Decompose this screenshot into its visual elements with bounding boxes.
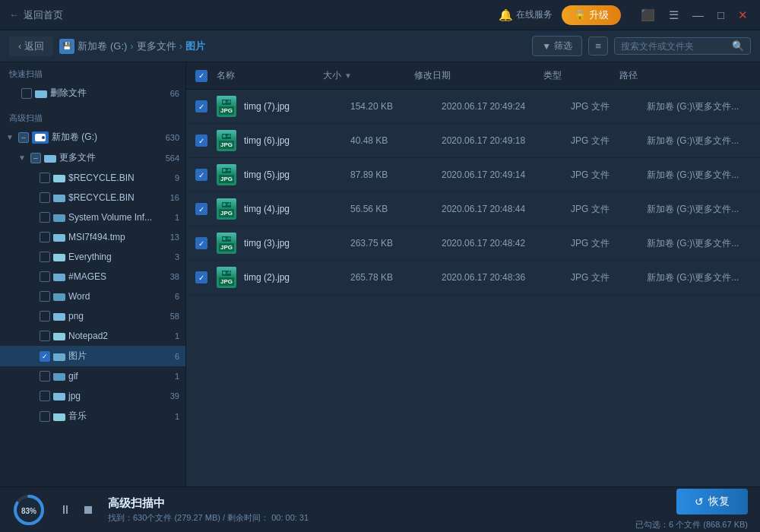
minimize-icon[interactable]: ⬛ bbox=[638, 7, 658, 24]
item-count-3: 1 bbox=[175, 213, 179, 222]
file-date-4: 2020.06.17 20:48:42 bbox=[442, 238, 571, 249]
root-checkbox[interactable] bbox=[18, 132, 29, 143]
menu-button[interactable]: ≡ bbox=[588, 36, 608, 55]
item-count-13: 1 bbox=[175, 412, 179, 421]
table-row[interactable]: JPG timg (3).jpg 263.75 KB 2020.06.17 20… bbox=[186, 226, 760, 261]
item-checkbox-4[interactable] bbox=[40, 232, 50, 242]
table-row[interactable]: JPG timg (2).jpg 265.78 KB 2020.06.17 20… bbox=[186, 261, 760, 295]
sidebar-item-9[interactable]: Notepad2 1 bbox=[0, 326, 185, 346]
sidebar: 快速扫描 删除文件 66 高级扫描 ▼ 新加卷 (G:) 630 ▼ bbox=[0, 62, 186, 486]
sidebar-item-2[interactable]: $RECYCLE.BIN 16 bbox=[0, 188, 185, 207]
table-row[interactable]: JPG timg (4).jpg 56.56 KB 2020.06.17 20:… bbox=[186, 192, 760, 226]
sidebar-item-6[interactable]: #MAGES 38 bbox=[0, 267, 185, 287]
row-checkbox-4[interactable] bbox=[195, 237, 217, 249]
online-service[interactable]: 🔔 在线服务 bbox=[499, 8, 553, 22]
col-header-type[interactable]: 类型 bbox=[543, 69, 619, 82]
deleted-files-checkbox[interactable] bbox=[21, 88, 32, 99]
sidebar-item-0[interactable]: ▼ 更多文件 564 bbox=[0, 147, 185, 168]
item-label-4: MSI7f494.tmp bbox=[68, 232, 164, 242]
item-label-0: 更多文件 bbox=[59, 151, 160, 164]
table-row[interactable]: JPG timg (6).jpg 40.48 KB 2020.06.17 20:… bbox=[186, 124, 760, 158]
row-checkbox-2[interactable] bbox=[195, 169, 217, 181]
hdd-icon bbox=[32, 131, 49, 144]
sidebar-item-7[interactable]: Word 6 bbox=[0, 287, 185, 306]
file-path-1: 新加卷 (G:)\更多文件... bbox=[647, 135, 751, 147]
upgrade-button[interactable]: 🔒 升级 bbox=[562, 5, 621, 25]
item-label-9: Notepad2 bbox=[68, 331, 169, 341]
item-checkbox-10[interactable] bbox=[40, 351, 50, 362]
item-count-7: 6 bbox=[175, 292, 179, 301]
selected-info: 已勾选：6 个文件 (868.67 KB) bbox=[635, 519, 748, 530]
restore-button[interactable]: ↺ 恢复 bbox=[676, 489, 748, 515]
search-box[interactable]: 🔍 bbox=[614, 37, 751, 55]
svg-rect-19 bbox=[53, 293, 59, 296]
item-checkbox-7[interactable] bbox=[40, 291, 50, 302]
sidebar-item-deleted-files[interactable]: 删除文件 66 bbox=[0, 83, 185, 103]
row-checkbox-1[interactable] bbox=[195, 135, 217, 147]
root-label: 新加卷 (G:) bbox=[52, 131, 160, 144]
filter-button[interactable]: ▼ 筛选 bbox=[532, 36, 582, 56]
nav-back-button[interactable]: ‹ 返回 bbox=[9, 36, 53, 56]
menu-bars-icon[interactable]: ☰ bbox=[666, 7, 682, 24]
breadcrumb-folder1[interactable]: 更多文件 bbox=[137, 40, 176, 53]
item-label-7: Word bbox=[68, 291, 169, 302]
item-checkbox-5[interactable] bbox=[40, 252, 50, 262]
sidebar-item-13[interactable]: 音乐 1 bbox=[0, 406, 185, 426]
drive-icon: 💾 bbox=[59, 39, 74, 54]
sidebar-item-1[interactable]: $RECYCLE.BIN 9 bbox=[0, 168, 185, 188]
jpg-file-icon-0: JPG bbox=[217, 96, 238, 117]
item-checkbox-2[interactable] bbox=[40, 192, 50, 203]
back-home-label[interactable]: 返回首页 bbox=[24, 8, 63, 22]
sidebar-item-root[interactable]: ▼ 新加卷 (G:) 630 bbox=[0, 127, 185, 147]
breadcrumb-current: 图片 bbox=[185, 40, 205, 53]
item-checkbox-0[interactable] bbox=[30, 153, 41, 163]
svg-rect-17 bbox=[53, 274, 59, 277]
file-name-4: timg (3).jpg bbox=[244, 238, 350, 249]
item-checkbox-11[interactable] bbox=[40, 371, 50, 382]
item-checkbox-6[interactable] bbox=[40, 271, 50, 282]
sidebar-item-4[interactable]: MSI7f494.tmp 13 bbox=[0, 227, 185, 247]
sidebar-item-11[interactable]: gif 1 bbox=[0, 366, 185, 386]
item-checkbox-12[interactable] bbox=[40, 391, 50, 401]
table-row[interactable]: JPG timg (7).jpg 154.20 KB 2020.06.17 20… bbox=[186, 90, 760, 124]
status-right: ↺ 恢复 已勾选：6 个文件 (868.67 KB) bbox=[635, 489, 748, 530]
minimize-window-icon[interactable]: — bbox=[689, 7, 707, 23]
sidebar-item-8[interactable]: png 58 bbox=[0, 306, 185, 326]
stop-button[interactable]: ⏹ bbox=[81, 502, 96, 518]
item-checkbox-3[interactable] bbox=[40, 212, 50, 223]
jpg-file-icon-3: JPG bbox=[217, 198, 238, 220]
restore-label: 恢复 bbox=[708, 495, 730, 508]
breadcrumb-drive[interactable]: 新加卷 (G:) bbox=[78, 40, 127, 53]
row-checkbox-5[interactable] bbox=[195, 271, 217, 283]
close-window-icon[interactable]: ✕ bbox=[735, 7, 751, 24]
col-size-label: 大小 bbox=[323, 69, 341, 82]
folder-icon bbox=[35, 87, 47, 100]
folder-icon-10 bbox=[53, 350, 65, 363]
search-input[interactable] bbox=[621, 41, 727, 52]
pause-button[interactable]: ⏸ bbox=[58, 502, 73, 518]
col-header-size[interactable]: 大小 ▼ bbox=[323, 69, 414, 82]
sidebar-item-5[interactable]: Everything 3 bbox=[0, 247, 185, 267]
col-header-name[interactable]: 名称 bbox=[217, 69, 323, 82]
select-all-checkbox[interactable] bbox=[195, 70, 207, 82]
row-checkbox-3[interactable] bbox=[195, 203, 217, 215]
breadcrumb-sep2: › bbox=[179, 40, 182, 52]
sidebar-item-12[interactable]: jpg 39 bbox=[0, 386, 185, 406]
item-checkbox-1[interactable] bbox=[40, 173, 50, 183]
col-header-date[interactable]: 修改日期 bbox=[414, 69, 543, 82]
row-checkbox-0[interactable] bbox=[195, 100, 217, 112]
sidebar-item-10[interactable]: 图片 6 bbox=[0, 346, 185, 366]
sort-arrow-icon: ▼ bbox=[344, 71, 352, 80]
maximize-window-icon[interactable]: □ bbox=[714, 7, 727, 23]
sidebar-items-container: ▼ 更多文件 564 $RECYCLE.BIN 9 bbox=[0, 147, 185, 426]
file-list: JPG timg (7).jpg 154.20 KB 2020.06.17 20… bbox=[186, 90, 760, 486]
item-checkbox-13[interactable] bbox=[40, 411, 50, 422]
item-checkbox-8[interactable] bbox=[40, 311, 50, 321]
item-checkbox-9[interactable] bbox=[40, 331, 50, 341]
table-row[interactable]: JPG timg (5).jpg 87.89 KB 2020.06.17 20:… bbox=[186, 158, 760, 192]
sidebar-item-3[interactable]: System Volume Inf... 1 bbox=[0, 207, 185, 227]
bell-icon: 🔔 bbox=[499, 8, 513, 22]
folder-icon-12 bbox=[53, 390, 65, 402]
col-header-path[interactable]: 路径 bbox=[619, 69, 751, 82]
quick-scan-label: 快速扫描 bbox=[0, 62, 185, 83]
